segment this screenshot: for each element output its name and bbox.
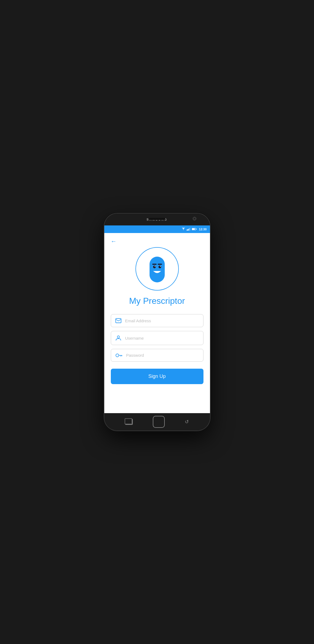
svg-point-17 <box>116 354 119 357</box>
signup-form <box>111 314 203 362</box>
user-icon <box>115 335 121 341</box>
username-field-wrapper[interactable] <box>111 331 203 345</box>
email-field-wrapper[interactable] <box>111 314 203 327</box>
svg-rect-5 <box>196 229 197 229</box>
phone-top-bezel: SAMSUNG <box>104 213 210 225</box>
password-field-wrapper[interactable] <box>111 349 203 362</box>
status-bar-right: 12:30 <box>182 228 206 231</box>
svg-point-16 <box>117 336 119 338</box>
svg-rect-3 <box>190 228 190 231</box>
svg-rect-9 <box>152 264 157 265</box>
app-title: My Prescriptor <box>129 296 185 306</box>
phone-speaker <box>149 218 165 220</box>
mascot-avatar <box>135 247 179 291</box>
password-input[interactable] <box>126 353 199 358</box>
status-time: 12:30 <box>199 228 206 231</box>
wifi-icon <box>182 228 185 231</box>
signal-icon <box>187 228 190 231</box>
phone-bottom-bezel: ↻ <box>104 413 210 431</box>
battery-icon <box>192 228 197 231</box>
key-icon <box>115 353 122 358</box>
svg-point-12 <box>158 266 161 268</box>
recent-apps-button[interactable] <box>125 419 133 425</box>
back-button[interactable]: ← <box>111 238 117 244</box>
phone-camera <box>193 217 196 221</box>
svg-point-11 <box>153 266 156 268</box>
svg-point-13 <box>154 266 155 267</box>
svg-rect-10 <box>158 264 162 265</box>
svg-rect-6 <box>192 228 195 230</box>
svg-rect-1 <box>188 229 189 231</box>
signup-button[interactable]: Sign Up <box>111 369 203 384</box>
phone-device: SAMSUNG <box>104 213 210 431</box>
svg-rect-2 <box>189 228 190 231</box>
email-input[interactable] <box>125 318 199 323</box>
username-input[interactable] <box>125 336 199 340</box>
svg-rect-0 <box>187 229 187 231</box>
home-button[interactable] <box>153 416 165 428</box>
mascot-illustration <box>144 251 171 286</box>
status-bar: 12:30 <box>104 225 210 233</box>
screen-content: ← My Prescriptor <box>104 233 210 413</box>
svg-point-14 <box>160 266 161 267</box>
email-icon <box>115 318 121 323</box>
android-back-button[interactable]: ↻ <box>185 419 189 425</box>
